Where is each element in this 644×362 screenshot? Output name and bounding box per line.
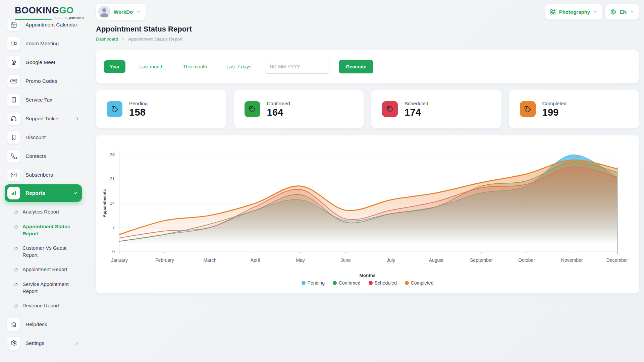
chart-xaxis-title: Months xyxy=(96,273,639,278)
legend-dot xyxy=(369,281,373,285)
receipt-icon xyxy=(7,94,20,106)
donut-bullet-icon xyxy=(14,282,18,288)
stat-card-completed: Completed 199 xyxy=(509,90,639,128)
sidebar-item-support-ticket[interactable]: Support Ticket xyxy=(0,109,88,128)
series-area-completed xyxy=(119,160,617,252)
avatar xyxy=(98,6,110,18)
calendar-icon xyxy=(7,21,20,31)
tag-icon xyxy=(107,101,122,117)
month-label: February xyxy=(155,257,174,263)
globe-icon xyxy=(610,9,616,15)
mail-icon xyxy=(7,169,20,181)
breadcrumb-current: Appointment Status Report xyxy=(128,37,182,42)
logo-text: BOOKINGGO xyxy=(15,5,88,16)
legend-dot xyxy=(333,281,337,285)
sidebar-item-google-meet[interactable]: Google Meet xyxy=(0,53,88,72)
donut-bullet-icon xyxy=(14,246,18,252)
breadcrumb: Dashboard Appointment Status Report xyxy=(96,37,639,42)
language-dropdown[interactable]: EN xyxy=(605,4,639,19)
legend-item-scheduled[interactable]: Scheduled xyxy=(369,280,397,286)
filter-last-month-link[interactable]: Last month xyxy=(140,64,164,69)
ticket-icon xyxy=(7,75,20,87)
category-dropdown[interactable]: Photography xyxy=(545,4,603,19)
sidebar-subitem-appointment-status-report[interactable]: Appointment Status Report xyxy=(0,219,88,241)
legend-item-pending[interactable]: Pending xyxy=(302,280,325,286)
svg-text:7: 7 xyxy=(112,225,115,230)
month-label: November xyxy=(561,257,583,263)
legend-label: Completed xyxy=(411,280,434,286)
phone-icon xyxy=(7,150,20,163)
filter-year-button[interactable]: Year xyxy=(104,60,125,73)
svg-text:28: 28 xyxy=(110,152,115,157)
date-input[interactable] xyxy=(265,60,329,74)
home-icon xyxy=(7,318,20,331)
sidebar-item-reports[interactable]: Reports xyxy=(5,184,82,202)
sidebar-item-discount[interactable]: Discount xyxy=(0,128,88,147)
category-grid-icon xyxy=(550,9,556,15)
month-label: March xyxy=(203,257,216,263)
tag-icon xyxy=(382,101,398,117)
generate-button[interactable]: Generate xyxy=(339,60,373,73)
sidebar-item-appointment-calendar[interactable]: Appointment Calendar xyxy=(0,21,88,34)
sidebar-item-contacts[interactable]: Contacts xyxy=(0,147,88,166)
svg-text:0: 0 xyxy=(112,249,115,254)
chevron-down-icon xyxy=(630,9,634,14)
donut-bullet-icon xyxy=(14,303,18,309)
legend-item-completed[interactable]: Completed xyxy=(405,280,434,286)
chevron-right-icon xyxy=(75,116,80,121)
app-logo[interactable]: BOOKINGGO Powered By WORKDO xyxy=(0,0,88,20)
stat-value: 158 xyxy=(129,107,148,118)
video-icon xyxy=(7,37,20,50)
chart-legend: PendingConfirmedScheduledCompleted xyxy=(96,280,639,286)
page-title: Appointment Status Report xyxy=(96,25,639,34)
sidebar-subitem-appointment-report[interactable]: Appointment Report xyxy=(0,262,88,277)
filter-this-month-link[interactable]: This month xyxy=(183,64,207,69)
sidebar-item-promo-codes[interactable]: Promo Codes xyxy=(0,72,88,90)
tag-icon xyxy=(245,101,260,117)
stat-label: Pending xyxy=(129,101,148,106)
sidebar-subitem-revenue-report[interactable]: Revenue Report xyxy=(0,298,88,313)
month-label: December xyxy=(606,257,628,263)
stat-value: 199 xyxy=(542,107,567,118)
month-label: July xyxy=(387,257,395,263)
month-label: September xyxy=(470,257,493,263)
month-label: June xyxy=(340,257,351,263)
chart-card: 07142128JanuaryFebruaryMarchAprilMayJune… xyxy=(96,135,639,293)
sidebar-item-service-tax[interactable]: Service Tax xyxy=(0,90,88,109)
sidebar-subitem-customer-vs-guest-report[interactable]: Customer Vs Guest Report xyxy=(0,241,88,262)
legend-dot xyxy=(405,281,409,285)
sidebar-item-settings[interactable]: Settings xyxy=(0,334,88,353)
stats-row: Pending 158 Confirmed 164 Scheduled 174 xyxy=(96,90,639,128)
chevron-down-icon xyxy=(593,9,598,14)
month-label: April xyxy=(251,257,260,263)
sidebar-item-helpdesk[interactable]: Helpdesk xyxy=(0,315,88,334)
stat-card-confirmed: Confirmed 164 xyxy=(234,90,364,128)
filter-last-7-days-link[interactable]: Last 7 days xyxy=(226,64,251,69)
legend-label: Confirmed xyxy=(339,280,361,286)
donut-bullet-icon xyxy=(14,267,18,273)
stat-value: 164 xyxy=(267,107,290,118)
webcam-icon xyxy=(7,56,20,69)
sidebar-subitem-service-appointment-report[interactable]: Service Appointment Report xyxy=(0,277,88,298)
breadcrumb-dashboard-link[interactable]: Dashboard xyxy=(96,37,118,42)
workspace-dropdown[interactable]: WorkDo xyxy=(96,4,146,20)
legend-item-confirmed[interactable]: Confirmed xyxy=(333,280,361,286)
svg-text:14: 14 xyxy=(110,201,115,206)
top-bar: WorkDo Photography EN xyxy=(96,3,639,20)
month-label: May xyxy=(296,257,305,263)
bookmark-icon xyxy=(7,131,20,144)
sidebar-menu: Appointment Calendar Zoom Meeting Google… xyxy=(0,21,88,359)
appointments-area-chart: 07142128JanuaryFebruaryMarchAprilMayJune… xyxy=(96,142,639,271)
stat-card-pending: Pending 158 xyxy=(96,90,226,128)
gear-icon xyxy=(7,337,20,350)
legend-label: Scheduled xyxy=(375,280,397,286)
sidebar-item-zoom-meeting[interactable]: Zoom Meeting xyxy=(0,34,88,53)
sidebar-subitem-analytics-report[interactable]: Analytics Report xyxy=(0,204,88,219)
powered-by-label: Powered By WORKDO xyxy=(54,16,84,20)
sidebar-item-subscribers[interactable]: Subscribers xyxy=(0,166,88,184)
chevron-down-icon xyxy=(73,191,78,196)
logo-underline xyxy=(15,19,52,20)
legend-dot xyxy=(302,281,306,285)
chevron-right-icon xyxy=(121,37,125,41)
stat-value: 174 xyxy=(405,107,428,118)
